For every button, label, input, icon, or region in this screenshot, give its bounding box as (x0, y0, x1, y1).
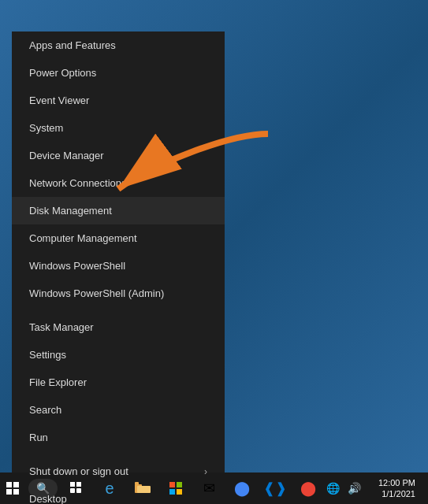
menu-item-system[interactable]: System (12, 114, 225, 142)
menu-item-label-settings: Settings (29, 349, 66, 361)
menu-item-label-system: System (29, 122, 63, 134)
volume-tray-icon[interactable]: 🔊 (345, 482, 363, 495)
menu-item-label-network-connections: Network Connections (29, 177, 127, 189)
menu-item-windows-powershell[interactable]: Windows PowerShell (12, 252, 225, 280)
menu-item-label-task-manager: Task Manager (29, 321, 94, 333)
menu-item-label-desktop: Desktop (29, 493, 67, 504)
menu-item-label-computer-management: Computer Management (29, 232, 137, 244)
menu-item-device-manager[interactable]: Device Manager (12, 142, 225, 169)
menu-item-desktop[interactable]: Desktop (12, 485, 225, 504)
menu-item-label-windows-powershell-admin: Windows PowerShell (Admin) (29, 287, 164, 299)
submenu-arrow-shut-down: › (204, 466, 207, 477)
desktop: Apps and FeaturesPower OptionsEvent View… (0, 0, 428, 504)
taskbar-clock[interactable]: 12:00 PM 1/1/2021 (367, 477, 422, 500)
menu-item-run[interactable]: Run (12, 424, 225, 451)
menu-item-label-shut-down: Shut down or sign out (29, 465, 128, 477)
menu-item-apps-and-features[interactable]: Apps and Features (12, 32, 225, 59)
menu-item-power-options[interactable]: Power Options (12, 59, 225, 87)
menu-item-label-power-options: Power Options (29, 67, 96, 79)
menu-item-settings[interactable]: Settings (12, 341, 225, 369)
menu-item-label-windows-powershell: Windows PowerShell (29, 260, 125, 272)
svg-rect-1 (6, 482, 12, 487)
menu-item-network-connections[interactable]: Network Connections (12, 169, 225, 197)
menu-item-label-search: Search (29, 404, 61, 416)
menu-item-computer-management[interactable]: Computer Management (12, 224, 225, 252)
system-tray: 🌐 🔊 12:00 PM 1/1/2021 (324, 477, 428, 500)
context-menu: Apps and FeaturesPower OptionsEvent View… (12, 32, 225, 472)
network-tray-icon[interactable]: 🌐 (324, 482, 342, 495)
menu-item-label-run: Run (29, 432, 48, 443)
svg-rect-3 (6, 489, 12, 495)
chrome-icon[interactable]: ⬤ (226, 472, 258, 504)
menu-item-label-device-manager: Device Manager (29, 150, 104, 161)
chrome2-icon[interactable]: ⬤ (292, 472, 324, 504)
menu-item-windows-powershell-admin[interactable]: Windows PowerShell (Admin) (12, 280, 225, 307)
menu-item-label-event-viewer: Event Viewer (29, 94, 89, 106)
vscode-icon[interactable]: ❰❱ (259, 472, 291, 504)
menu-item-label-apps-and-features: Apps and Features (29, 39, 116, 51)
menu-item-label-file-explorer: File Explorer (29, 376, 87, 388)
menu-item-task-manager[interactable]: Task Manager (12, 313, 225, 341)
menu-item-file-explorer[interactable]: File Explorer (12, 369, 225, 396)
menu-item-shut-down[interactable]: Shut down or sign out› (12, 458, 225, 485)
menu-item-label-disk-management: Disk Management (29, 205, 112, 217)
menu-item-event-viewer[interactable]: Event Viewer (12, 87, 225, 114)
menu-item-disk-management[interactable]: Disk Management (12, 197, 225, 224)
menu-item-search[interactable]: Search (12, 396, 225, 424)
